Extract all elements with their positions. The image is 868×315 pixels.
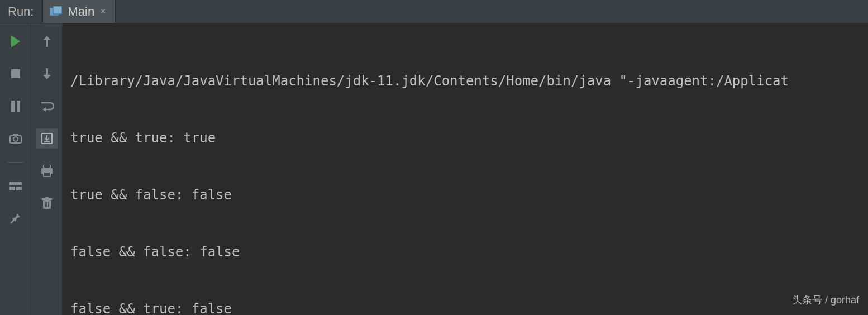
- svg-point-7: [13, 137, 18, 141]
- svg-rect-11: [16, 187, 22, 190]
- pause-button[interactable]: [4, 96, 27, 116]
- layout-button[interactable]: [4, 176, 27, 196]
- close-icon[interactable]: ×: [100, 6, 106, 17]
- run-tabbar: Run: Main ×: [0, 0, 868, 23]
- console-line: true && false: false: [70, 185, 868, 204]
- pin-button[interactable]: [4, 208, 27, 228]
- print-button[interactable]: [36, 161, 58, 181]
- console-line: /Library/Java/JavaVirtualMachines/jdk-11…: [70, 71, 868, 90]
- clear-all-button[interactable]: [36, 193, 58, 213]
- run-tab-label: Main: [68, 4, 94, 19]
- console-line: true && true: true: [70, 128, 868, 147]
- svg-rect-10: [9, 187, 15, 190]
- console-line: false && true: false: [70, 299, 868, 315]
- svg-marker-2: [11, 35, 20, 47]
- up-button[interactable]: [36, 31, 58, 51]
- console-line: false && false: false: [70, 242, 868, 261]
- file-icon: [50, 6, 62, 17]
- separator: [7, 162, 24, 163]
- svg-rect-5: [17, 101, 20, 112]
- run-panel-label: Run:: [0, 0, 42, 23]
- toolbar-left-1: [0, 23, 31, 315]
- svg-rect-15: [44, 165, 50, 168]
- svg-rect-3: [11, 69, 20, 78]
- toolbar-left-2: [31, 23, 63, 315]
- soft-wrap-button[interactable]: [36, 96, 58, 116]
- svg-rect-1: [53, 6, 62, 14]
- svg-marker-12: [42, 107, 46, 112]
- run-body: /Library/Java/JavaVirtualMachines/jdk-11…: [0, 23, 868, 315]
- svg-rect-17: [44, 172, 50, 176]
- down-button[interactable]: [36, 64, 58, 84]
- console-output[interactable]: /Library/Java/JavaVirtualMachines/jdk-11…: [63, 23, 868, 315]
- run-button[interactable]: [4, 31, 27, 51]
- scroll-to-end-button[interactable]: [36, 128, 58, 149]
- svg-rect-8: [13, 134, 18, 136]
- svg-rect-9: [9, 182, 22, 185]
- dump-threads-button[interactable]: [4, 128, 27, 149]
- svg-rect-20: [45, 197, 49, 199]
- watermark-text: 头条号 / gorhaf: [792, 290, 859, 309]
- run-tab-main[interactable]: Main ×: [42, 0, 115, 23]
- svg-rect-4: [11, 101, 15, 112]
- stop-button[interactable]: [4, 64, 27, 84]
